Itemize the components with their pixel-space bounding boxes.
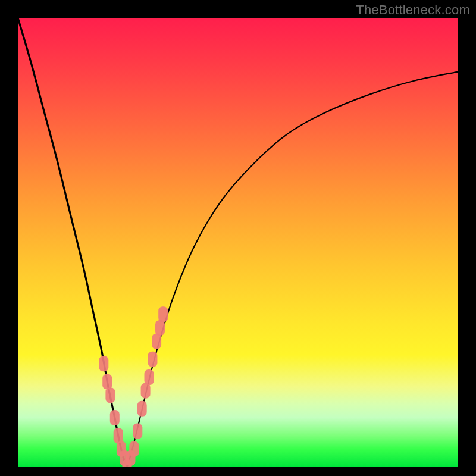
marker-point: [148, 352, 157, 367]
marker-point: [110, 410, 120, 425]
marker-point: [99, 356, 108, 371]
marker-point: [120, 450, 129, 466]
marker-point: [117, 441, 126, 457]
watermark-text: TheBottleneck.com: [356, 2, 470, 18]
marker-point: [145, 369, 154, 385]
chart-container: TheBottleneck.com: [0, 0, 476, 476]
plot-area: [18, 18, 458, 467]
marker-point: [141, 383, 151, 399]
marker-point: [126, 450, 135, 466]
curve-paths: [18, 18, 458, 467]
marker-point: [133, 424, 142, 439]
marker-point: [137, 401, 147, 416]
marker-point: [105, 387, 115, 403]
curve-left-branch: [18, 18, 127, 467]
marker-point: [155, 320, 165, 336]
curve-right-branch: [127, 72, 458, 467]
marker-point: [114, 428, 123, 443]
data-markers: [99, 306, 168, 467]
marker-point: [129, 441, 139, 457]
marker-point: [158, 306, 168, 322]
marker-point: [123, 459, 132, 467]
marker-point: [102, 374, 112, 390]
marker-point: [152, 334, 161, 349]
curve-layer: [18, 18, 458, 467]
